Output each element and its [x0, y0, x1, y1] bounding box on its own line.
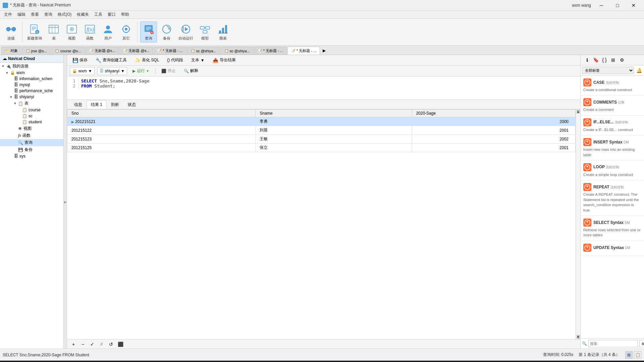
snippet-comments[interactable]: COMMENTS 注释 Create a comment: [581, 96, 644, 115]
add-row-button[interactable]: +: [70, 341, 77, 348]
snippet-case[interactable]: CASE 流程控制 Create a conditional construct: [581, 76, 644, 96]
tab-sc1[interactable]: 📋 sc @shiya...: [187, 47, 220, 55]
tree-performance-schema[interactable]: 🗄 performance_sche: [0, 88, 63, 94]
col-header-sname[interactable]: Sname: [256, 110, 412, 117]
info-panel-icon[interactable]: ℹ: [583, 56, 591, 64]
snippet-insert[interactable]: INSERT Syntax DM Insert new rows into an…: [581, 135, 644, 161]
tree-course[interactable]: 📋 course: [0, 107, 63, 113]
tab-course[interactable]: 📋 course @s...: [51, 47, 85, 55]
tree-sys[interactable]: 🗄 sys: [0, 153, 63, 159]
minimize-button[interactable]: ─: [594, 0, 609, 11]
tool-function[interactable]: f(x) 函数: [82, 22, 98, 42]
result-tab-profile[interactable]: 剖析: [107, 100, 123, 109]
tags-more-icon[interactable]: 🔔: [635, 67, 643, 74]
result-tab-info[interactable]: 信息: [70, 100, 87, 109]
tab-sc2[interactable]: 📋 sc @shiya...: [221, 47, 254, 55]
tree-wxm[interactable]: ▼ 🔒 wxm: [0, 70, 63, 76]
delete-row-button[interactable]: −: [79, 341, 87, 348]
scroll-up-arrow[interactable]: ▲: [577, 110, 580, 114]
sidebar-toggle[interactable]: ▶: [64, 55, 67, 349]
tab-jrse[interactable]: 📋 jrse @s...: [22, 47, 51, 55]
explain-button[interactable]: 🔍 解释: [181, 67, 201, 75]
tab-star-untitled3[interactable]: 📝 * 无标题 - ...: [287, 47, 320, 55]
menu-tools[interactable]: 工具: [92, 11, 105, 18]
tool-table[interactable]: 表: [45, 22, 62, 42]
beautify-sql-button[interactable]: ✨ 美化 SQL: [132, 56, 162, 64]
tree-views[interactable]: 👁 视图: [0, 125, 63, 132]
menu-favorites[interactable]: 收藏夹: [74, 11, 92, 18]
tool-model[interactable]: 模型: [197, 22, 213, 42]
tab-untitled2[interactable]: 📝 无标题 @s...: [119, 47, 153, 55]
tree-tables[interactable]: ▼ 📋 表: [0, 100, 63, 107]
brackets-icon[interactable]: { }: [601, 56, 608, 64]
tab-star-untitled[interactable]: 📝 * 无标题 - ...: [154, 47, 186, 55]
tool-chart[interactable]: 图表: [215, 22, 231, 42]
tool-connect[interactable]: 连接: [3, 22, 19, 42]
tool-backup[interactable]: 备份: [158, 22, 175, 42]
tool-new-query[interactable]: + 新建查询: [25, 22, 44, 42]
table-view-button[interactable]: ⊞: [625, 351, 633, 359]
menu-query[interactable]: 查询: [42, 11, 55, 18]
menu-window[interactable]: 窗口: [105, 11, 118, 18]
tree-my-connections[interactable]: ▼ 🔌 我的连接: [0, 63, 63, 70]
settings-icon[interactable]: ⚙: [618, 56, 626, 64]
menu-format[interactable]: 格式(O): [55, 11, 74, 18]
table-row[interactable]: 201215123 王敏 2002: [67, 135, 576, 143]
view-grid-button[interactable]: ⊞: [639, 340, 644, 347]
sql-editor[interactable]: 1 2 SELECT Sno,Sname,2020-Sage FROM Stud…: [67, 76, 580, 100]
refresh-button[interactable]: ↺: [107, 341, 115, 348]
cancel-button[interactable]: ✗: [98, 341, 105, 348]
snippet-ifelse[interactable]: IF...ELSE... 流程控制 Create a IF...ELSE... …: [581, 116, 644, 135]
close-button[interactable]: ✕: [626, 0, 641, 11]
code-snippet-button[interactable]: () 代码段: [164, 56, 185, 64]
table-row[interactable]: 201215125 张立 2001: [67, 143, 576, 152]
maximize-button[interactable]: □: [610, 0, 625, 11]
scroll-down-arrow[interactable]: ▼: [577, 335, 580, 339]
run-button[interactable]: ▶ 运行 ▼: [130, 67, 152, 75]
text-button[interactable]: 文本 ▼: [189, 56, 207, 64]
tree-information-schema[interactable]: 🗄 information_schen: [0, 76, 63, 82]
tree-queries[interactable]: 🔍 查询: [0, 139, 63, 146]
snippet-search-input[interactable]: [588, 340, 638, 347]
stop-button[interactable]: ⬛ 停止: [159, 67, 178, 75]
db-select[interactable]: 🔒 wxm ▼: [70, 67, 95, 75]
menu-help[interactable]: 帮助: [118, 11, 132, 18]
stop-edit-button[interactable]: ⬛: [117, 341, 124, 348]
snippet-loop[interactable]: LOOP 流程控制 Create a simple loop construct: [581, 161, 644, 180]
schema-select[interactable]: 🗄 shiyanyi ▼: [97, 67, 127, 75]
save-button[interactable]: 💾 保存: [70, 56, 90, 64]
tags-select[interactable]: 全部标签: [582, 67, 634, 74]
table-row[interactable]: 201215122 刘晨 2001: [67, 126, 576, 135]
confirm-button[interactable]: ✓: [89, 341, 96, 348]
export-button[interactable]: 📤 导出结果: [210, 56, 238, 64]
tab-star-untitled2[interactable]: 📝 * 无标题 - ...: [254, 47, 287, 55]
menu-file[interactable]: 文件: [1, 11, 15, 18]
grid-icon[interactable]: ⊞: [609, 56, 617, 64]
tree-functions[interactable]: fx 函数: [0, 132, 63, 139]
form-view-button[interactable]: 📋: [634, 351, 641, 359]
menu-view[interactable]: 查看: [28, 11, 42, 18]
tree-shiyanyi[interactable]: ▼ 🗄 shiyanyi: [0, 94, 63, 100]
col-header-sno[interactable]: Sno: [67, 110, 256, 117]
result-tab-results[interactable]: 结果 1: [87, 100, 107, 109]
snippet-repeat[interactable]: REPEAT 流程控制 Create A REPEAT construct. T…: [581, 180, 644, 216]
bookmark-icon[interactable]: 🔖: [592, 56, 599, 64]
tabs-more-button[interactable]: ▶: [321, 47, 327, 55]
result-tab-status[interactable]: 状态: [123, 100, 140, 109]
tool-other[interactable]: 其它: [118, 22, 135, 42]
results-scrollbar[interactable]: ▲ ▼: [576, 109, 580, 339]
tool-user[interactable]: 用户: [100, 22, 116, 42]
sql-code[interactable]: SELECT Sno,Sname,2020-Sage FROM Student;: [78, 78, 579, 89]
tree-mysql[interactable]: 🗄 mysql: [0, 82, 63, 88]
tool-autorun[interactable]: 自动运行: [176, 22, 195, 42]
tree-backups[interactable]: 💾 备份: [0, 146, 63, 153]
tool-query[interactable]: 查询: [140, 21, 157, 43]
snippet-select[interactable]: SELECT Syntax DM Retrieve rows selected …: [581, 216, 644, 241]
tab-object[interactable]: 📁 对象: [1, 47, 21, 55]
table-row[interactable]: ▶ 201215121 李勇 2000: [67, 117, 576, 126]
tool-view[interactable]: 视图: [63, 22, 80, 42]
snippet-update[interactable]: UPDATE Syntax DM: [581, 241, 644, 256]
col-header-calc[interactable]: 2020-Sage: [412, 110, 576, 117]
tab-untitled1[interactable]: 📝 无标题 @s...: [86, 47, 119, 55]
menu-edit[interactable]: 编辑: [15, 11, 28, 18]
